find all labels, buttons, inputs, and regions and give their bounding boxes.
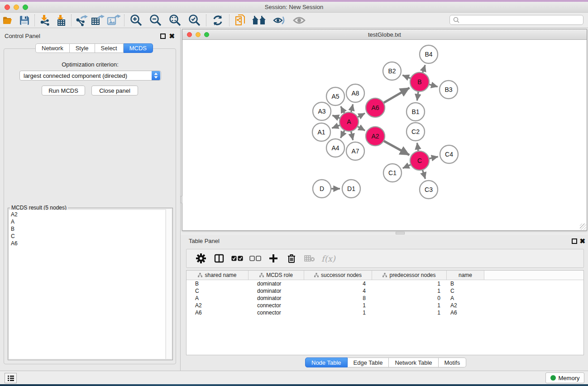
edge-A6-B[interactable] <box>382 88 410 104</box>
zoom-in-icon[interactable] <box>126 14 146 27</box>
eye-icon[interactable] <box>289 14 309 27</box>
export-image-icon[interactable] <box>106 14 122 27</box>
column-header-filler <box>484 271 583 280</box>
export-table-icon[interactable] <box>90 14 106 27</box>
close-panel-icon[interactable]: ✖ <box>169 32 175 40</box>
search-field[interactable] <box>449 15 583 25</box>
node-label-D: D <box>320 185 324 192</box>
table-cell[interactable]: A <box>447 295 484 302</box>
window-title: Session: New Session <box>0 4 588 10</box>
task-history-button[interactable] <box>5 373 17 383</box>
memory-button[interactable]: Memory <box>545 372 584 383</box>
float-panel-icon[interactable] <box>572 238 577 244</box>
float-panel-icon[interactable] <box>160 33 166 39</box>
desktop-scroll-nub[interactable] <box>396 232 405 234</box>
table-cell[interactable]: B <box>447 280 484 287</box>
column-header-successor-nodes[interactable]: successor nodes <box>304 271 372 280</box>
column-header-MCDS-role[interactable]: MCDS role <box>249 271 304 280</box>
table-row[interactable]: Adominator80A <box>186 295 583 302</box>
tab-mcds[interactable]: MCDS <box>124 43 153 53</box>
table-cell[interactable]: C <box>186 287 249 295</box>
tab-network-table[interactable]: Network Table <box>389 357 438 367</box>
add-column-icon[interactable] <box>264 251 282 266</box>
function-builder-icon[interactable]: f(x) <box>321 254 335 263</box>
table-cell[interactable]: dominator <box>249 295 304 302</box>
edge-A2-C[interactable] <box>382 140 409 155</box>
table-cell[interactable]: 1 <box>304 302 372 309</box>
table-cell[interactable]: 4 <box>304 280 372 287</box>
export-network-icon[interactable] <box>73 14 90 27</box>
table-cell[interactable]: 0 <box>372 295 447 302</box>
result-list-item[interactable]: A2 <box>11 211 165 218</box>
column-header-predecessor-nodes[interactable]: predecessor nodes <box>372 271 447 280</box>
table-cell[interactable]: connector <box>249 302 304 309</box>
delete-column-icon[interactable] <box>282 251 301 266</box>
result-list-item[interactable]: A <box>11 218 165 225</box>
table-cell[interactable]: A <box>186 295 249 302</box>
criterion-dropdown[interactable]: largest connected component (directed) <box>19 71 161 81</box>
tab-network[interactable]: Network <box>35 43 70 53</box>
mcds-result-list[interactable]: A2ABCA6 <box>9 210 165 359</box>
result-list-item[interactable]: C <box>11 233 165 240</box>
table-cell[interactable]: A6 <box>447 309 484 316</box>
column-header-shared-name[interactable]: shared name <box>186 271 249 280</box>
toolbar-separator <box>71 14 72 26</box>
node-label-A8: A8 <box>351 90 359 97</box>
table-cell[interactable]: 1 <box>372 280 447 287</box>
table-row[interactable]: Bdominator41B <box>186 280 583 287</box>
zoom-out-icon[interactable] <box>146 14 165 27</box>
toolbar-separator <box>34 14 35 26</box>
hierarchy-icon <box>382 273 387 277</box>
node-table[interactable]: shared nameMCDS rolesuccessor nodesprede… <box>186 270 584 355</box>
import-network-icon[interactable] <box>37 14 53 27</box>
table-cell[interactable]: 1 <box>304 309 372 316</box>
first-neighbors-icon[interactable] <box>249 14 269 27</box>
network-from-selection-icon[interactable] <box>231 14 249 27</box>
tab-style[interactable]: Style <box>70 43 95 53</box>
select-all-icon[interactable] <box>228 251 246 266</box>
column-header-name[interactable]: name <box>447 271 484 280</box>
network-canvas[interactable]: B4B2BB3A8A5A6A3B1AC2A1A2A4A7C4CC1C3DD1 <box>182 40 587 230</box>
table-cell[interactable]: dominator <box>249 280 304 287</box>
table-cell[interactable]: B <box>186 280 249 287</box>
result-list-item[interactable]: B <box>11 225 165 233</box>
result-list-item[interactable]: A6 <box>11 240 165 247</box>
table-cell[interactable]: A2 <box>186 302 249 309</box>
resize-grip[interactable] <box>580 224 586 230</box>
gear-icon[interactable] <box>192 251 210 266</box>
tab-node-table[interactable]: Node Table <box>305 357 348 367</box>
table-cell[interactable]: 1 <box>372 309 447 316</box>
zoom-selected-icon[interactable] <box>185 14 204 27</box>
save-session-icon[interactable] <box>16 14 33 27</box>
close-panel-icon[interactable]: ✖ <box>579 237 585 245</box>
delete-table-icon[interactable] <box>301 251 319 266</box>
node-label-B1: B1 <box>411 108 419 115</box>
open-file-icon[interactable] <box>0 14 16 27</box>
table-cell[interactable]: 1 <box>372 302 447 309</box>
search-input[interactable] <box>461 16 583 24</box>
table-cell[interactable]: dominator <box>249 287 304 295</box>
tab-edge-table[interactable]: Edge Table <box>348 357 389 367</box>
table-cell[interactable]: 8 <box>304 295 372 302</box>
apply-layout-icon[interactable] <box>208 14 227 27</box>
table-cell[interactable]: 4 <box>304 287 372 295</box>
tab-motifs[interactable]: Motifs <box>439 357 467 367</box>
show-hide-details-icon[interactable] <box>269 14 289 27</box>
table-cell[interactable]: A2 <box>447 302 484 309</box>
table-cell[interactable]: A6 <box>186 309 249 316</box>
zoom-fit-icon[interactable] <box>165 14 185 27</box>
run-mcds-button[interactable]: Run MCDS <box>42 86 85 95</box>
table-cell[interactable]: 1 <box>372 287 447 295</box>
tab-select[interactable]: Select <box>95 43 124 53</box>
import-table-icon[interactable] <box>53 14 69 27</box>
columns-icon[interactable] <box>210 251 228 266</box>
table-row[interactable]: Cdominator41C <box>186 287 583 295</box>
table-row[interactable]: A2connector11A2 <box>186 302 583 309</box>
desktop-scroll-nub[interactable] <box>180 196 182 203</box>
table-cell[interactable]: connector <box>249 309 304 316</box>
result-list-scrollbar[interactable] <box>166 209 172 359</box>
table-row[interactable]: A6connector11A6 <box>186 309 583 316</box>
deselect-all-icon[interactable] <box>246 251 264 266</box>
close-panel-button[interactable]: Close panel <box>91 86 138 95</box>
table-cell[interactable]: C <box>447 287 484 295</box>
